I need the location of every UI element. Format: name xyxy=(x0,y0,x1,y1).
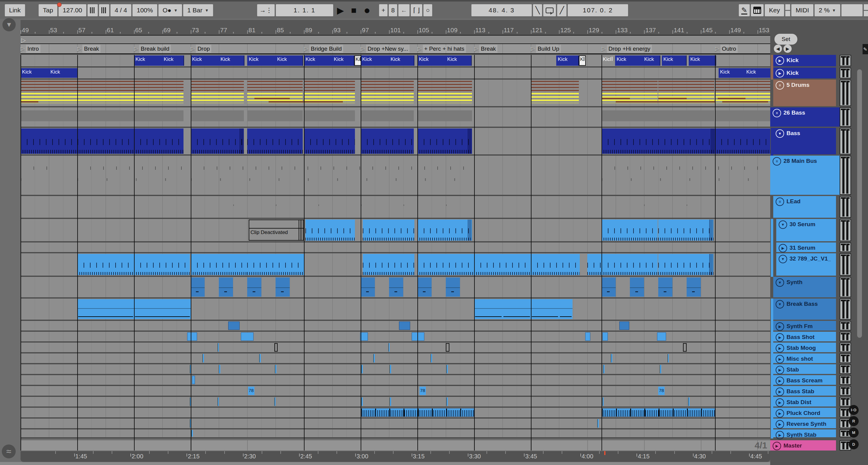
clip-dense[interactable] xyxy=(361,408,474,417)
link-button[interactable]: Link xyxy=(5,4,25,16)
locator-drop-hi-energy[interactable]: ▷Drop +Hi energy xyxy=(601,44,652,54)
clip-k[interactable]: K xyxy=(579,56,586,66)
locator-row[interactable]: ▷Intro▷Break▷Break build▷Drop▷Bridge Bui… xyxy=(21,44,770,54)
lane-kick[interactable]: KickKickKickKickKickKickKickKickKiKickKi… xyxy=(21,55,770,68)
arrangement-area[interactable]: KickKickKickKickKickKickKickKickKiKickKi… xyxy=(21,55,770,438)
clip-notes[interactable] xyxy=(134,129,184,154)
clip-synthb[interactable] xyxy=(658,277,673,297)
clip-notes[interactable] xyxy=(601,220,657,241)
clip-outline[interactable] xyxy=(683,343,687,352)
clip-tick[interactable] xyxy=(603,365,604,373)
clip-tick[interactable] xyxy=(611,354,612,362)
play-icon[interactable]: ▶ xyxy=(776,388,784,396)
clip-notes[interactable] xyxy=(715,129,770,154)
clip-kick[interactable]: Kick xyxy=(247,56,276,66)
lane-bass-scream[interactable] xyxy=(21,375,770,386)
clip-tick[interactable] xyxy=(660,365,661,373)
quantization-menu[interactable]: 1 Bar▼ xyxy=(183,4,213,16)
lane-pluck-chord[interactable] xyxy=(21,408,770,419)
lane-bass[interactable] xyxy=(21,128,770,156)
clip-notes[interactable] xyxy=(474,254,531,275)
clip-tick[interactable] xyxy=(390,365,391,373)
clip-synthb[interactable] xyxy=(687,277,701,297)
clip-notes[interactable] xyxy=(304,129,355,154)
clip-tiny[interactable] xyxy=(192,376,195,384)
lane-misc-shot[interactable] xyxy=(21,354,770,364)
clip-synthb[interactable] xyxy=(219,277,233,297)
clip-synthb[interactable] xyxy=(247,277,261,297)
io-badge-m[interactable]: M xyxy=(849,428,859,438)
lane-synth[interactable] xyxy=(21,277,770,299)
clip-tick[interactable] xyxy=(390,397,391,406)
io-badge-d[interactable]: D xyxy=(849,439,859,449)
clip-notes[interactable] xyxy=(77,254,134,275)
clip-clip deactivated[interactable]: Clip Deactivated xyxy=(249,220,304,241)
metronome-button[interactable]: O●▼ xyxy=(158,4,182,16)
clip-tick[interactable] xyxy=(602,397,604,406)
clip-kick[interactable]: Kick xyxy=(446,56,472,66)
clip-gnotes[interactable] xyxy=(601,156,768,194)
draw-mode-button[interactable]: ✎ xyxy=(739,4,750,16)
clip-tick[interactable] xyxy=(373,354,375,362)
clip-tick[interactable] xyxy=(275,365,276,373)
play-icon[interactable]: ▶ xyxy=(776,377,784,385)
track-header-31-serum[interactable]: ▶31 Serum xyxy=(776,242,836,252)
group-icon[interactable]: ≡ xyxy=(773,157,781,166)
arrangement-position-display[interactable]: 1. 1. 1 xyxy=(276,4,333,16)
lane-synth-fm[interactable] xyxy=(21,321,770,332)
track-header-26-bass[interactable]: ≡26 Bass xyxy=(770,107,840,127)
clip-tick[interactable] xyxy=(218,397,219,406)
fold-icon[interactable]: ▼ xyxy=(776,300,784,308)
group-icon[interactable]: ≡ xyxy=(773,109,781,117)
clip-plain[interactable] xyxy=(191,243,247,252)
locator-bridge-build[interactable]: ▷Bridge Build xyxy=(304,44,343,54)
clip-notes[interactable] xyxy=(247,254,304,275)
clip-twolane[interactable] xyxy=(531,299,559,319)
clip-notes[interactable] xyxy=(134,254,190,275)
io-badge-r[interactable]: R xyxy=(849,416,859,426)
group-icon[interactable]: ≡ xyxy=(776,81,784,90)
clip-kick[interactable]: Kick xyxy=(162,56,184,66)
clip-dense[interactable] xyxy=(601,408,715,417)
clip-stripes[interactable] xyxy=(531,80,579,105)
clip-tinym[interactable] xyxy=(399,322,410,330)
lane-stab[interactable] xyxy=(21,364,770,375)
clip-kick[interactable]: Kick xyxy=(689,56,716,66)
locator-outro[interactable]: ▷Outro xyxy=(715,44,738,54)
track-header-kick[interactable]: ▶Kick xyxy=(773,68,836,78)
clip-notes[interactable] xyxy=(587,254,601,275)
play-icon[interactable]: ▶ xyxy=(776,431,784,439)
fold-icon[interactable]: ▼ xyxy=(776,278,784,287)
clip-ghost[interactable] xyxy=(601,110,714,121)
play-icon[interactable]: ▶ xyxy=(776,409,784,418)
clip-notes[interactable] xyxy=(601,254,657,275)
previous-locator-button[interactable]: ◀ xyxy=(774,45,782,53)
time-signature-field[interactable]: 4 / 4 xyxy=(111,4,131,16)
zoom-waves-button[interactable]: ≈ xyxy=(2,444,16,458)
clip-ghost[interactable] xyxy=(21,110,184,121)
clip-kick[interactable]: Kick xyxy=(643,56,660,66)
clip-synthb[interactable] xyxy=(601,277,616,297)
clip-tiny[interactable] xyxy=(360,332,368,341)
play-icon[interactable]: ▶ xyxy=(776,355,784,363)
clip-tiny[interactable] xyxy=(187,332,197,341)
clip-synthb[interactable] xyxy=(276,277,290,297)
clip-notes[interactable] xyxy=(191,129,244,154)
lane-lead[interactable] xyxy=(21,196,770,219)
clip-notes[interactable] xyxy=(658,129,715,154)
clip-tick[interactable] xyxy=(597,419,599,428)
locator-drop-new-sy-[interactable]: ▷Drop +New sy... xyxy=(361,44,409,54)
lane-synth-stab[interactable] xyxy=(21,429,770,438)
lane-reverse-synth[interactable] xyxy=(21,419,770,429)
clip-twolane[interactable] xyxy=(77,299,134,319)
clip-tick[interactable] xyxy=(361,365,363,373)
track-header-bass[interactable]: ▼Bass xyxy=(773,128,836,155)
play-button[interactable]: ▶ xyxy=(334,4,346,16)
track-header-bass-shot[interactable]: ▶Bass Shot xyxy=(773,332,836,341)
draw-ellipse-button[interactable]: ○ xyxy=(424,4,432,16)
clip-synthb[interactable] xyxy=(446,277,460,297)
clip-gnotes[interactable] xyxy=(77,156,184,194)
track-header-32-789-jc-v1-[interactable]: ▼32 789_JC_V1_ xyxy=(776,253,836,276)
clip-notes[interactable] xyxy=(417,254,474,275)
track-header-30-serum[interactable]: ▼30 Serum xyxy=(776,219,836,241)
